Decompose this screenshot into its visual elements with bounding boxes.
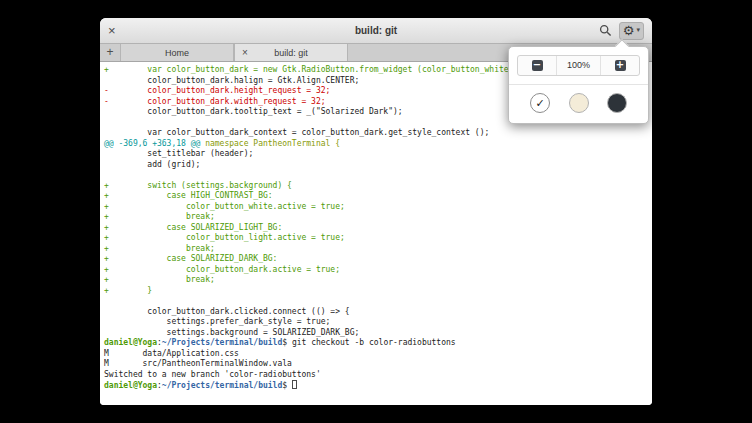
tab-home-label: Home <box>165 48 189 58</box>
terminal-line: + case HIGH_CONTRAST_BG: <box>104 191 652 202</box>
theme-swatches: ✓ <box>517 85 640 115</box>
terminal-line: + break; <box>104 275 652 286</box>
gear-icon: ⚙ <box>623 24 635 37</box>
terminal-line: Switched to a new branch 'color-radiobut… <box>104 370 652 381</box>
terminal-line: @@ -369,6 +363,18 @@ namespace PantheonT… <box>104 139 652 150</box>
terminal-line: + color_button_white.active = true; <box>104 202 652 213</box>
tab-close-icon[interactable]: × <box>242 48 248 58</box>
terminal-line: + case SOLARIZED_DARK_BG: <box>104 254 652 265</box>
terminal-line: + color_button_light.active = true; <box>104 233 652 244</box>
terminal-line: + } <box>104 286 652 297</box>
theme-swatch-solarized-light[interactable] <box>569 93 589 113</box>
window-close-button[interactable]: × <box>108 24 124 37</box>
tab-build-git-label: build: git <box>274 48 308 58</box>
theme-swatch-solarized-dark[interactable] <box>607 93 627 113</box>
terminal-line: + color_button_dark.active = true; <box>104 265 652 276</box>
tab-build-git[interactable]: × build: git <box>234 44 348 61</box>
zoom-level: 100% <box>556 56 601 75</box>
window-title: build: git <box>100 25 652 36</box>
terminal-line: daniel@Yoga:~/Projects/terminal/build$ g… <box>104 338 652 349</box>
settings-menu-button[interactable]: ⚙ ▾ <box>619 22 644 40</box>
tab-home[interactable]: Home <box>120 44 234 61</box>
terminal-line <box>104 170 652 181</box>
terminal-line: settings.background = SOLARIZED_DARK_BG; <box>104 328 652 339</box>
zoom-in-button[interactable]: + <box>601 56 639 75</box>
terminal-line: M src/PantheonTerminalWindow.vala <box>104 359 652 370</box>
terminal-line: color_button_dark.clicked.connect (() =>… <box>104 307 652 318</box>
titlebar-actions: ⚙ ▾ <box>599 22 644 40</box>
terminal-line: + break; <box>104 244 652 255</box>
terminal-line: var color_button_dark_context = color_bu… <box>104 128 652 139</box>
terminal-line: M data/Application.css <box>104 349 652 360</box>
search-icon-glyph <box>599 24 612 37</box>
terminal-line: + case SOLARIZED_LIGHT_BG: <box>104 223 652 234</box>
theme-swatch-high-contrast[interactable]: ✓ <box>530 93 550 113</box>
terminal-line: add (grid); <box>104 160 652 171</box>
terminal-line: daniel@Yoga:~/Projects/terminal/build$ <box>104 380 652 392</box>
terminal-line: + break; <box>104 212 652 223</box>
new-tab-button[interactable]: + <box>100 44 120 61</box>
terminal-line: set_titlebar (header); <box>104 149 652 160</box>
zoom-controls: − 100% + <box>517 55 640 76</box>
check-icon: ✓ <box>535 97 544 110</box>
zoom-in-icon: + <box>615 60 626 71</box>
terminal-line: + switch (settings.background) { <box>104 181 652 192</box>
terminal-line: settings.prefer_dark_style = true; <box>104 317 652 328</box>
zoom-out-icon: − <box>532 60 543 71</box>
search-icon[interactable] <box>599 24 612 37</box>
terminal-window: × build: git ⚙ ▾ + Home × build: git + v <box>100 18 652 405</box>
settings-popover: − 100% + ✓ <box>508 46 649 124</box>
terminal-line <box>104 296 652 307</box>
zoom-out-button[interactable]: − <box>518 56 556 75</box>
titlebar[interactable]: × build: git ⚙ ▾ <box>100 18 652 44</box>
chevron-down-icon: ▾ <box>636 27 640 34</box>
terminal-cursor <box>292 380 297 389</box>
